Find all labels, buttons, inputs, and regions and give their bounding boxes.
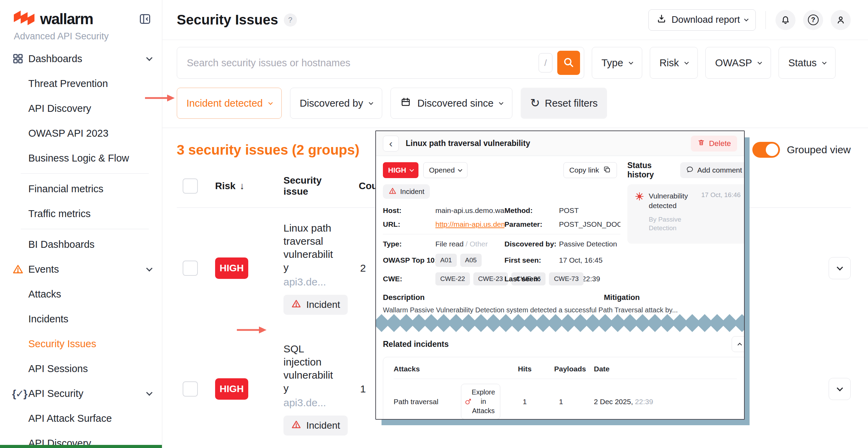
help-icon[interactable]	[803, 10, 823, 30]
sidebar-item-security-issues[interactable]: Security Issues	[0, 331, 162, 356]
trash-icon	[697, 138, 705, 149]
incident-date: 2 Dec 2025, 22:39	[594, 398, 737, 406]
issue-title-link[interactable]: Linux path traversal vulnerability	[283, 222, 335, 274]
status-dropdown[interactable]: Opened	[423, 162, 468, 178]
risk-badge: HIGH	[215, 378, 248, 400]
filter-incident-detected-dropdown[interactable]: Incident detected	[177, 88, 282, 119]
add-comment-button[interactable]: Add comment	[680, 162, 745, 178]
vulnerability-virus-icon	[634, 191, 649, 211]
sidebar-header: wallarm Advanced API Security	[0, 0, 162, 46]
filter-status-dropdown[interactable]: Status	[779, 47, 836, 79]
braces-check-icon	[12, 388, 28, 400]
chevron-down-icon	[146, 55, 152, 61]
explore-in-attacks-button[interactable]: Explore in Attacks	[461, 384, 500, 419]
column-header-date: Date	[594, 365, 737, 373]
sidebar-item-owasp-api-2023[interactable]: OWASP API 2023	[0, 121, 162, 146]
issue-host[interactable]: api3.de...	[283, 397, 335, 409]
question-mark-icon	[808, 14, 819, 25]
cwe-pill[interactable]: CWE-23	[473, 272, 508, 285]
select-all-checkbox[interactable]	[183, 178, 198, 194]
warning-triangle-icon	[388, 187, 397, 197]
status-history-title: Status history	[627, 161, 680, 179]
filter-type-dropdown[interactable]: Type	[592, 47, 642, 79]
sidebar-item-attacks[interactable]: Attacks	[0, 282, 162, 306]
sidebar-item-api-sessions[interactable]: API Sessions	[0, 356, 162, 381]
field-label: OWASP Top 10:	[383, 256, 435, 264]
detail-panel-header: Linux path traversal vulnerability Delet…	[376, 131, 744, 156]
owasp-pill[interactable]: A01	[435, 254, 457, 267]
sidebar-item-business-logic-flow[interactable]: Business Logic & Flow	[0, 146, 162, 171]
expand-row-button[interactable]	[829, 257, 851, 279]
column-header-hits: Hits	[518, 365, 554, 373]
back-button[interactable]	[383, 136, 399, 152]
title-help-icon[interactable]: ?	[284, 13, 297, 27]
incident-badge[interactable]: Incident	[283, 295, 348, 315]
chevron-down-icon	[146, 389, 152, 396]
expand-row-button[interactable]	[829, 378, 851, 400]
field-label: Type:	[383, 240, 435, 248]
sidebar-item-api-discovery[interactable]: API Discovery	[0, 96, 162, 121]
collapse-section-button[interactable]	[732, 336, 745, 352]
warning-triangle-icon	[291, 419, 301, 432]
column-header-security-issue[interactable]: Security issue	[283, 175, 335, 197]
owasp-pill[interactable]: A05	[460, 254, 482, 267]
delete-button[interactable]: Delete	[691, 136, 737, 152]
sidebar-item-threat-prevention[interactable]: Threat Prevention	[0, 71, 162, 96]
field-label: Last seen:	[504, 275, 559, 283]
divider	[383, 234, 620, 234]
sidebar-item-incidents[interactable]: Incidents	[0, 306, 162, 331]
filter-discovered-by-dropdown[interactable]: Discovered by	[290, 88, 382, 119]
filter-risk-dropdown[interactable]: Risk	[650, 47, 698, 79]
filter-discovered-since-dropdown[interactable]: Discovered since	[390, 88, 513, 119]
field-host: main-api.us.demo.wallar...	[435, 206, 504, 215]
divider	[765, 11, 766, 29]
owasp-pills: A01 A05	[435, 254, 482, 267]
incident-badge[interactable]: Incident	[283, 416, 348, 436]
sidebar-collapse-icon[interactable]	[138, 12, 152, 26]
explore-icon	[464, 398, 472, 406]
divider	[21, 173, 149, 174]
column-header-risk[interactable]: Risk	[215, 181, 267, 192]
field-label: CWE:	[383, 275, 435, 283]
field-label: Host:	[383, 206, 435, 215]
reset-filters-button[interactable]: Reset filters	[521, 88, 607, 119]
filter-owasp-dropdown[interactable]: OWASP	[705, 47, 771, 79]
issue-host[interactable]: api3.de...	[283, 276, 335, 288]
notifications-bell-icon[interactable]	[775, 10, 795, 30]
row-checkbox[interactable]	[183, 381, 198, 397]
torn-edge-decoration	[375, 314, 745, 332]
download-icon	[656, 13, 667, 26]
chevron-down-icon	[837, 264, 843, 270]
sidebar-item-api-attack-surface[interactable]: API Attack Surface	[0, 406, 162, 431]
related-incidents-header: Attacks Hits Payloads Date	[394, 365, 737, 379]
warning-triangle-icon	[12, 263, 28, 275]
related-incidents-title: Related incidents	[383, 340, 732, 349]
sidebar-item-events[interactable]: Events	[0, 257, 162, 282]
search-input[interactable]	[187, 57, 539, 69]
risk-badge: HIGH	[215, 257, 248, 279]
download-report-button[interactable]: Download report	[648, 9, 756, 31]
sidebar-item-traffic-metrics[interactable]: Traffic metrics	[0, 201, 162, 226]
attack-type: Path traversal	[394, 398, 461, 406]
grouped-view-toggle[interactable]	[752, 142, 780, 158]
cwe-pill[interactable]: CWE-22	[435, 272, 470, 285]
status-history-section: Status history Add comment Vulnerability…	[627, 162, 745, 285]
chevron-down-icon	[499, 100, 504, 105]
copy-link-button[interactable]: Copy link	[563, 162, 617, 178]
status-event-by: By Passive Detection	[649, 215, 690, 233]
sidebar-item-api-security[interactable]: API Security	[0, 381, 162, 406]
divider	[162, 128, 868, 128]
field-url-link[interactable]: http://main-api.us.demo...	[435, 220, 504, 228]
issue-title-link[interactable]: SQL injection vulnerability	[283, 342, 335, 395]
sidebar-item-financial-metrics[interactable]: Financial metrics	[0, 176, 162, 201]
chevron-down-icon	[268, 100, 273, 105]
severity-dropdown[interactable]: HIGH	[383, 162, 418, 178]
detail-panel: Linux path traversal vulnerability Delet…	[375, 130, 745, 420]
field-discovered-by: Passive Detection	[559, 240, 620, 248]
row-checkbox[interactable]	[183, 261, 198, 276]
search-button[interactable]	[557, 51, 580, 75]
detail-title: Linux path traversal vulnerability	[406, 139, 530, 148]
sidebar-item-dashboards[interactable]: Dashboards	[0, 46, 162, 71]
user-profile-icon[interactable]	[831, 10, 851, 30]
sidebar-item-bi-dashboards[interactable]: BI Dashboards	[0, 232, 162, 257]
